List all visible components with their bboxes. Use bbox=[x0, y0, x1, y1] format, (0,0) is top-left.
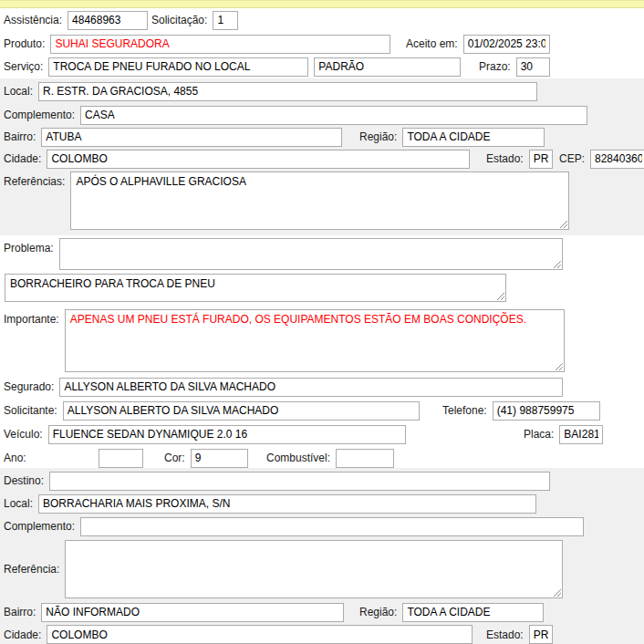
estado-destino-group: Estado: bbox=[486, 625, 553, 644]
referencias-textarea[interactable]: APÓS O ALPHAVILLE GRACIOSA bbox=[70, 171, 569, 230]
cidade-destino-input[interactable] bbox=[47, 625, 473, 644]
bairro-label: Bairro: bbox=[4, 130, 36, 143]
row-complemento-destino: Complemento: bbox=[4, 516, 644, 536]
complemento-destino-input[interactable] bbox=[80, 517, 584, 536]
solicitacao-group: Solicitação: bbox=[151, 10, 238, 30]
produto-input[interactable] bbox=[50, 35, 390, 54]
row-local-destino: Local: bbox=[4, 493, 644, 514]
estado-group: Estado: bbox=[486, 149, 553, 169]
combustivel-group: Combustível: bbox=[266, 448, 394, 468]
local-destino-input[interactable] bbox=[38, 494, 536, 514]
cep-label: CEP: bbox=[559, 152, 585, 165]
prazo-label: Prazo: bbox=[479, 60, 511, 73]
solicitacao-input[interactable] bbox=[213, 11, 238, 30]
cep-group: CEP: bbox=[559, 149, 644, 169]
regiao-destino-group: Região: bbox=[359, 602, 544, 622]
local-destino-label: Local: bbox=[4, 497, 33, 510]
regiao-label: Região: bbox=[359, 130, 397, 143]
importante-label: Importante: bbox=[4, 309, 59, 326]
destino-input[interactable] bbox=[49, 472, 550, 491]
cep-input[interactable] bbox=[590, 150, 644, 169]
row-bairro-destino: Bairro: Região: bbox=[4, 602, 644, 622]
row-destino: Destino: bbox=[4, 471, 644, 491]
complemento-destino-label: Complemento: bbox=[4, 520, 75, 533]
estado-input[interactable] bbox=[529, 150, 553, 169]
referencia-destino-textarea[interactable] bbox=[65, 540, 563, 598]
complemento-label: Complemento: bbox=[4, 109, 75, 121]
regiao-group: Região: bbox=[359, 127, 545, 147]
row-veiculo: Veículo: Placa: bbox=[4, 424, 644, 444]
solicitacao-label: Solicitação: bbox=[151, 14, 207, 26]
veiculo-input[interactable] bbox=[48, 425, 406, 444]
row-bairro: Bairro: Região: bbox=[4, 127, 644, 147]
assistencia-label: Assistência: bbox=[4, 14, 62, 26]
row-cidade-destino: Cidade: Estado: bbox=[4, 625, 644, 644]
telefone-input[interactable] bbox=[493, 401, 600, 421]
cidade-label: Cidade: bbox=[4, 152, 41, 165]
regiao-destino-label: Região: bbox=[359, 606, 397, 618]
telefone-label: Telefone: bbox=[442, 404, 487, 417]
local-input[interactable] bbox=[38, 82, 537, 101]
placa-label: Placa: bbox=[524, 428, 554, 441]
segurado-label: Segurado: bbox=[4, 380, 54, 393]
row-problema-detalhe: BORRACHEIRO PARA TROCA DE PNEU bbox=[4, 274, 644, 304]
cor-label: Cor: bbox=[164, 452, 185, 464]
row-solicitante: Solicitante: Telefone: bbox=[4, 400, 644, 421]
ano-label: Ano: bbox=[4, 452, 26, 464]
servico-label: Serviço: bbox=[4, 60, 43, 73]
bairro-input[interactable] bbox=[41, 128, 342, 147]
cidade-input[interactable] bbox=[47, 150, 470, 169]
row-importante: Importante: APENAS UM PNEU ESTÁ FURADO, … bbox=[4, 309, 644, 374]
prazo-input[interactable] bbox=[516, 57, 550, 77]
regiao-destino-input[interactable] bbox=[402, 603, 544, 622]
placa-group: Placa: bbox=[524, 424, 603, 444]
cor-group: Cor: bbox=[164, 448, 248, 468]
problema-label: Problema: bbox=[4, 238, 54, 254]
estado-label: Estado: bbox=[486, 152, 524, 165]
servico-tipo-input[interactable] bbox=[314, 57, 461, 77]
referencias-label: Referências: bbox=[4, 171, 65, 188]
row-ano-cor-combustivel: Ano: Cor: Combustível: bbox=[4, 448, 644, 468]
top-highlight-bar bbox=[0, 0, 644, 8]
row-complemento: Complemento: bbox=[4, 105, 644, 125]
combustivel-input[interactable] bbox=[336, 449, 394, 468]
telefone-group: Telefone: bbox=[442, 400, 600, 421]
importante-textarea[interactable]: APENAS UM PNEU ESTÁ FURADO, OS EQUIPAMEN… bbox=[65, 309, 565, 372]
solicitante-label: Solicitante: bbox=[4, 404, 57, 417]
ano-input-group bbox=[99, 448, 143, 468]
ano-input[interactable] bbox=[99, 449, 143, 468]
aceito-em-input[interactable] bbox=[463, 35, 550, 54]
destino-label: Destino: bbox=[4, 474, 44, 487]
row-segurado: Segurado: bbox=[4, 377, 644, 397]
problema-detalhe-textarea[interactable]: BORRACHEIRO PARA TROCA DE PNEU bbox=[5, 274, 506, 302]
prazo-group: Prazo: bbox=[479, 57, 550, 77]
problema-textarea[interactable] bbox=[59, 238, 563, 270]
cor-input[interactable] bbox=[191, 449, 248, 468]
row-referencias: Referências: APÓS O ALPHAVILLE GRACIOSA bbox=[4, 171, 644, 232]
referencia-destino-label: Referência: bbox=[4, 563, 59, 576]
produto-label: Produto: bbox=[4, 37, 45, 50]
row-cidade: Cidade: Estado: CEP: bbox=[4, 149, 644, 169]
servico-input[interactable] bbox=[48, 57, 308, 77]
solicitante-input[interactable] bbox=[63, 401, 420, 421]
estado-destino-input[interactable] bbox=[529, 625, 553, 644]
service-order-form: { "colors": { "topbar_yellow": "#f7f7b0"… bbox=[0, 0, 644, 644]
aceito-em-group: Aceito em: bbox=[406, 34, 550, 54]
row-problema: Problema: bbox=[4, 238, 644, 273]
row-referencia-destino: Referência: bbox=[4, 539, 644, 599]
row-produto: Produto: Aceito em: bbox=[4, 34, 644, 54]
bairro-destino-input[interactable] bbox=[41, 603, 344, 622]
aceito-em-label: Aceito em: bbox=[406, 37, 458, 50]
local-label: Local: bbox=[4, 85, 33, 98]
estado-destino-label: Estado: bbox=[486, 628, 524, 641]
row-servico: Serviço: Prazo: bbox=[4, 57, 644, 77]
complemento-input[interactable] bbox=[80, 106, 587, 125]
assistencia-input[interactable] bbox=[68, 11, 148, 30]
placa-input[interactable] bbox=[559, 425, 603, 444]
segurado-input[interactable] bbox=[59, 378, 563, 397]
veiculo-label: Veículo: bbox=[4, 428, 43, 441]
cidade-destino-label: Cidade: bbox=[4, 628, 41, 641]
combustivel-label: Combustível: bbox=[266, 452, 330, 464]
regiao-input[interactable] bbox=[402, 128, 545, 147]
bairro-destino-label: Bairro: bbox=[4, 606, 36, 618]
